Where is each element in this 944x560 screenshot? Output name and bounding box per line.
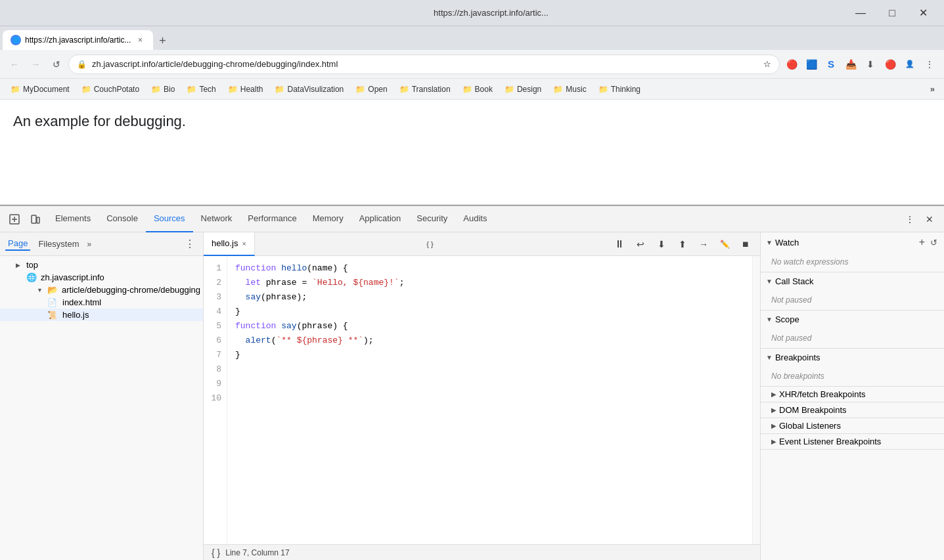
url-bar[interactable]: 🔒 zh.javascript.info/article/debugging-c… <box>68 54 780 74</box>
folder-icon: 📁 <box>151 85 161 94</box>
bookmark-tech[interactable]: 📁 Tech <box>181 82 221 97</box>
ext-btn-4[interactable]: 📥 <box>842 55 860 74</box>
tree-item-top[interactable]: ▶ top <box>0 259 203 271</box>
bookmark-open[interactable]: 📁 Open <box>350 82 392 97</box>
ext-btn-6[interactable]: 🔴 <box>881 55 899 74</box>
bookmark-label: MyDocument <box>23 85 70 94</box>
tab-close-button[interactable]: × <box>135 35 145 45</box>
tab-application[interactable]: Application <box>351 206 409 232</box>
tab-sources[interactable]: Sources <box>146 206 193 232</box>
global-arrow: ▶ <box>771 422 776 429</box>
code-status-bar: { } Line 7, Column 17 <box>204 544 760 560</box>
code-scrollbar[interactable] <box>752 256 760 544</box>
tree-item-domain[interactable]: 🌐 zh.javascript.info <box>0 271 203 284</box>
event-breakpoints-header[interactable]: ▶ Event Listener Breakpoints <box>761 434 944 449</box>
browser-tab[interactable]: 🌐 https://zh.javascript.info/artic... × <box>3 30 153 50</box>
format-toggle-button[interactable]: { } <box>420 235 439 253</box>
ext-btn-1[interactable]: 🔴 <box>782 55 801 74</box>
tab-console[interactable]: Console <box>99 206 146 232</box>
page-content: An example for debugging. <box>0 100 944 205</box>
debug-toolbar: ⏸ ↩ ⬇ ⬆ → ✏️ ⏹ <box>605 235 760 253</box>
svg-rect-2 <box>37 217 39 223</box>
global-listeners-header[interactable]: ▶ Global Listeners <box>761 418 944 433</box>
deactivate-breakpoints-button[interactable]: ✏️ <box>715 235 734 253</box>
step-button[interactable]: → <box>694 235 713 253</box>
step-into-button[interactable]: ⬇ <box>652 235 671 253</box>
bookmark-health[interactable]: 📁 Health <box>223 82 269 97</box>
pause-button[interactable]: ⏸ <box>610 235 629 253</box>
tab-performance[interactable]: Performance <box>240 206 304 232</box>
scope-section: ▼ Scope Not paused <box>761 311 944 349</box>
svg-rect-1 <box>32 215 36 223</box>
ext-btn-5[interactable]: ⬇ <box>861 55 880 74</box>
dom-breakpoints-header[interactable]: ▶ DOM Breakpoints <box>761 402 944 418</box>
tree-item-hellojs[interactable]: 📜 hello.js <box>0 309 203 321</box>
bookmark-mydocument[interactable]: 📁 MyDocument <box>5 82 75 97</box>
minimize-button[interactable]: — <box>845 3 876 24</box>
tab-elements[interactable]: Elements <box>47 206 99 232</box>
scope-header[interactable]: ▼ Scope <box>761 311 944 328</box>
tree-item-indexhtml[interactable]: 📄 index.html <box>0 296 203 309</box>
bookmark-design[interactable]: 📁 Design <box>499 82 547 97</box>
breakpoints-arrow: ▼ <box>766 354 773 361</box>
new-tab-button[interactable]: + <box>153 32 171 50</box>
tab-security[interactable]: Security <box>409 206 455 232</box>
code-tab-close-button[interactable]: × <box>242 240 246 248</box>
tab-network[interactable]: Network <box>193 206 240 232</box>
forward-button[interactable]: → <box>26 55 45 74</box>
step-over-button[interactable]: ↩ <box>631 235 650 253</box>
curly-braces-icon[interactable]: { } <box>212 548 220 558</box>
back-button[interactable]: ← <box>5 55 24 74</box>
star-icon[interactable]: ☆ <box>763 59 771 69</box>
watch-header[interactable]: ▼ Watch + ↺ <box>761 232 944 252</box>
ext-btn-2[interactable]: 🟦 <box>802 55 820 74</box>
watch-arrow: ▼ <box>766 239 773 246</box>
tab-memory[interactable]: Memory <box>305 206 351 232</box>
bookmarks-more-button[interactable]: » <box>926 81 939 97</box>
tree-item-folder[interactable]: ▼ 📂 article/debugging-chrome/debugging <box>0 284 203 296</box>
folder-icon: 📁 <box>399 85 409 94</box>
callstack-header[interactable]: ▼ Call Stack <box>761 272 944 290</box>
lock-icon: 🔒 <box>77 60 87 69</box>
bookmark-translation[interactable]: 📁 Translation <box>394 82 456 97</box>
step-out-button[interactable]: ⬆ <box>673 235 692 253</box>
dom-breakpoints-title: DOM Breakpoints <box>779 405 939 415</box>
filetree-more-button[interactable]: » <box>87 240 92 249</box>
refresh-button[interactable]: ↺ <box>47 55 66 74</box>
async-toggle-button[interactable]: ⏹ <box>736 235 755 253</box>
xhr-breakpoints-header[interactable]: ▶ XHR/fetch Breakpoints <box>761 387 944 402</box>
devtools-close-button[interactable]: ✕ <box>920 210 939 228</box>
filetree-tab-page[interactable]: Page <box>5 237 30 251</box>
filetree-menu-button[interactable]: ⋮ <box>182 238 198 250</box>
watch-add-button[interactable]: + <box>918 236 926 248</box>
bookmark-bio[interactable]: 📁 Bio <box>146 82 180 97</box>
devtools-inspect-button[interactable] <box>5 210 24 228</box>
expand-arrow-top: ▶ <box>16 262 24 269</box>
xhr-arrow: ▶ <box>771 391 776 398</box>
file-tree: ▶ top 🌐 zh.javascript.info ▼ 📂 <box>0 256 203 560</box>
bookmark-couchpotato[interactable]: 📁 CouchPotato <box>76 82 145 97</box>
ext-btn-s[interactable]: S <box>822 55 840 74</box>
event-breakpoints-section: ▶ Event Listener Breakpoints <box>761 434 944 450</box>
maximize-button[interactable]: □ <box>877 3 907 24</box>
global-listeners-section: ▶ Global Listeners <box>761 418 944 434</box>
devtools-device-button[interactable] <box>26 210 45 228</box>
code-tab-hellojs[interactable]: hello.js × <box>204 232 255 256</box>
bookmark-book[interactable]: 📁 Book <box>457 82 498 97</box>
cursor-position: Line 7, Column 17 <box>225 548 289 557</box>
page-heading: An example for debugging. <box>13 113 931 130</box>
right-panel: ▼ Watch + ↺ No watch expressions ▼ Call … <box>760 232 944 560</box>
tab-audits[interactable]: Audits <box>455 206 495 232</box>
watch-refresh-button[interactable]: ↺ <box>929 238 939 248</box>
code-area[interactable]: 1 2 3 4 5 6 7 8 9 10 function hello(name… <box>204 256 760 544</box>
menu-button[interactable]: ⋮ <box>920 55 939 74</box>
bookmark-thinking[interactable]: 📁 Thinking <box>593 82 646 97</box>
filetree-tab-filesystem[interactable]: Filesystem <box>35 238 81 250</box>
bookmark-music[interactable]: 📁 Music <box>548 82 591 97</box>
devtools-more-button[interactable]: ⋮ <box>901 210 919 228</box>
close-button[interactable]: ✕ <box>909 3 939 24</box>
breakpoints-header[interactable]: ▼ Breakpoints <box>761 349 944 366</box>
profile-btn[interactable]: 👤 <box>901 55 919 74</box>
code-content[interactable]: function hello(name) { let phrase = `Hel… <box>227 256 752 544</box>
bookmark-datavis[interactable]: 📁 DataVisulization <box>269 82 349 97</box>
